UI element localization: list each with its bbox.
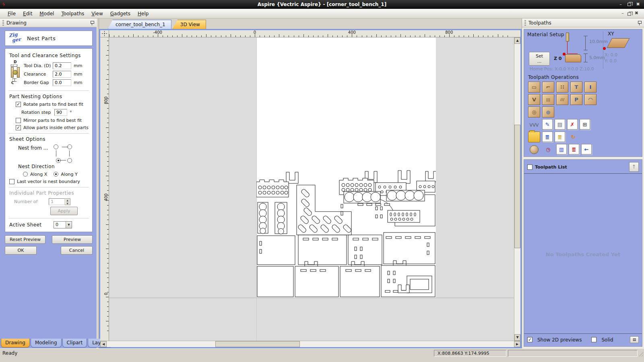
fluting-toolpath-icon[interactable]: ||| xyxy=(542,94,554,105)
border-gap-input[interactable] xyxy=(53,79,71,86)
show-2d-previews-checkbox[interactable]: ✓ xyxy=(527,337,533,342)
apply-button[interactable]: Apply xyxy=(50,207,78,215)
preview-button[interactable]: Preview xyxy=(52,235,93,244)
horizontal-scroll-thumb[interactable] xyxy=(215,341,300,347)
simulation-quality-icon[interactable]: ▥ xyxy=(556,144,567,154)
drawing-viewport[interactable] xyxy=(109,37,514,341)
vertical-scroll-thumb[interactable] xyxy=(514,125,520,248)
menu-file[interactable]: File xyxy=(4,10,19,18)
cancel-button[interactable]: Cancel xyxy=(61,246,93,255)
minimize-icon[interactable]: – xyxy=(618,0,623,8)
number-of-input[interactable] xyxy=(49,198,65,205)
chevron-down-icon: ▼ xyxy=(66,222,72,228)
allow-inside-checkbox[interactable]: ✓ xyxy=(16,125,21,130)
active-sheet-label: Active Sheet xyxy=(9,222,54,228)
tab-clipart[interactable]: Clipart xyxy=(62,339,87,348)
finish-machining-toolpath-icon[interactable]: ● xyxy=(542,107,554,117)
xy-datum-label: XY xyxy=(608,31,614,37)
tab-drawing[interactable]: Drawing xyxy=(1,339,30,348)
doc-tab-3d-view[interactable]: 3D View xyxy=(173,20,206,29)
save-toolpaths-icon[interactable]: ≣ xyxy=(569,144,579,154)
child-close-icon[interactable]: ✖ xyxy=(635,10,638,16)
along-x-radio[interactable] xyxy=(23,172,28,177)
preview-options-icon[interactable]: ▤ xyxy=(630,336,639,343)
edit-toolpath-icon[interactable]: ✎ xyxy=(542,119,553,130)
rotation-step-input[interactable] xyxy=(54,109,67,116)
ok-button[interactable]: OK xyxy=(5,246,37,255)
reset-preview-button[interactable]: Reset Preview xyxy=(5,235,45,244)
nest-from-top-left-radio[interactable] xyxy=(54,144,58,149)
prism-carve-toolpath-icon[interactable]: P xyxy=(570,94,582,105)
vertical-scrollbar[interactable]: ▲ ▼ xyxy=(514,37,520,341)
material-set-button[interactable]: Set ... xyxy=(529,52,550,66)
tool-database-icon[interactable]: ⋁⋁⋁ xyxy=(528,119,540,130)
pin-icon[interactable] xyxy=(638,21,642,25)
solid-checkbox[interactable] xyxy=(591,337,597,342)
child-minimize-icon[interactable]: – xyxy=(621,10,624,16)
nest-from-bottom-left-radio[interactable] xyxy=(56,158,61,163)
scroll-left-icon[interactable]: ◀ xyxy=(100,341,107,347)
estimate-machining-times-icon[interactable]: ⊞ xyxy=(580,119,590,130)
nested-parts-drawing[interactable] xyxy=(256,170,436,298)
toolpath-operations-title: Toolpath Operations xyxy=(528,74,579,80)
close-icon[interactable]: ✖ xyxy=(635,0,641,8)
restore-icon[interactable] xyxy=(627,3,631,6)
resize-grip[interactable] xyxy=(638,351,643,356)
number-of-stepper[interactable]: ▲▼ xyxy=(65,198,70,205)
mirror-parts-label: Mirror parts to find best fit xyxy=(23,118,82,123)
along-y-radio[interactable] xyxy=(54,172,58,177)
tab-modeling[interactable]: Modeling xyxy=(31,339,62,348)
horizontal-scrollbar[interactable]: ◀ ▶ xyxy=(100,341,520,347)
scroll-right-icon[interactable]: ▶ xyxy=(514,341,520,347)
rough-machining-toolpath-icon[interactable]: ◎ xyxy=(528,107,540,117)
inlay-toolpath-icon[interactable]: I xyxy=(584,82,597,93)
border-gap-unit: mm xyxy=(74,80,82,85)
recalculate-toolpaths-icon[interactable]: ↻ xyxy=(567,132,579,142)
dialog-title: Nest Parts xyxy=(27,35,56,41)
panel-grip[interactable] xyxy=(2,20,4,26)
pin-icon[interactable] xyxy=(90,21,94,25)
tool-dia-input[interactable] xyxy=(53,62,71,69)
child-restore-icon[interactable] xyxy=(627,12,631,16)
mirror-parts-checkbox[interactable] xyxy=(16,118,21,123)
material-setup-section: Material Setup Set ... Z 0 10.0mm 5.0mm … xyxy=(524,29,642,157)
merge-toolpaths-icon[interactable]: ▤ xyxy=(555,119,565,130)
rotate-parts-checkbox[interactable]: ✓ xyxy=(16,102,21,107)
menu-model[interactable]: Model xyxy=(36,10,58,18)
save-all-templates-icon[interactable]: ≣ xyxy=(555,132,565,142)
active-sheet-dropdown[interactable]: 0 ▼ xyxy=(54,221,72,228)
scroll-down-icon[interactable]: ▼ xyxy=(514,334,520,341)
move-up-icon[interactable]: ↑ xyxy=(629,162,639,172)
along-y-label: Along Y xyxy=(61,172,77,177)
menu-view[interactable]: View xyxy=(88,10,106,18)
material-setup-title: Material Setup xyxy=(527,32,564,37)
menu-toolpaths[interactable]: Toolpaths xyxy=(58,10,88,18)
section-sheet-options: Sheet Options xyxy=(9,136,89,142)
load-toolpath-template-icon[interactable] xyxy=(528,132,540,142)
scroll-up-icon[interactable]: ▲ xyxy=(514,37,520,44)
canvas-column: corner_tool_bench_13D View -4000400800 0… xyxy=(99,19,522,348)
profile-toolpath-icon[interactable]: ▭ xyxy=(528,82,540,93)
menu-edit[interactable]: Edit xyxy=(19,10,36,18)
texture-toolpath-icon[interactable]: /// xyxy=(556,94,568,105)
drilling-toolpath-icon[interactable]: ∷ xyxy=(556,82,568,93)
quick-engrave-toolpath-icon[interactable]: T xyxy=(570,82,582,93)
clearance-input[interactable] xyxy=(53,71,71,78)
doc-tab-corner_tool_bench_1[interactable]: corner_tool_bench_1 xyxy=(108,20,171,29)
rotation-step-unit: ° xyxy=(70,110,72,115)
delete-toolpath-icon[interactable]: ✗ xyxy=(567,119,578,130)
moulding-toolpath-icon[interactable]: ◠ xyxy=(584,94,597,105)
last-vector-checkbox[interactable] xyxy=(9,179,14,184)
toolpath-list-checkbox[interactable] xyxy=(527,165,533,170)
machining-time-icon[interactable]: ◷ xyxy=(542,144,554,155)
menu-help[interactable]: Help xyxy=(134,10,152,18)
nest-from-bottom-right-radio[interactable] xyxy=(67,158,72,163)
save-toolpath-template-icon[interactable]: ≣ xyxy=(542,132,553,142)
pocket-toolpath-icon[interactable]: ⌐ xyxy=(542,82,554,93)
switch-panel-side-icon[interactable]: ← xyxy=(581,144,592,154)
rotation-step-label: Rotation step xyxy=(21,110,54,115)
panel-grip[interactable] xyxy=(524,20,526,26)
vcarve-toolpath-icon[interactable]: V xyxy=(528,94,540,105)
menu-gadgets[interactable]: Gadgets xyxy=(107,10,134,18)
preview-toolpaths-icon[interactable] xyxy=(528,144,540,155)
